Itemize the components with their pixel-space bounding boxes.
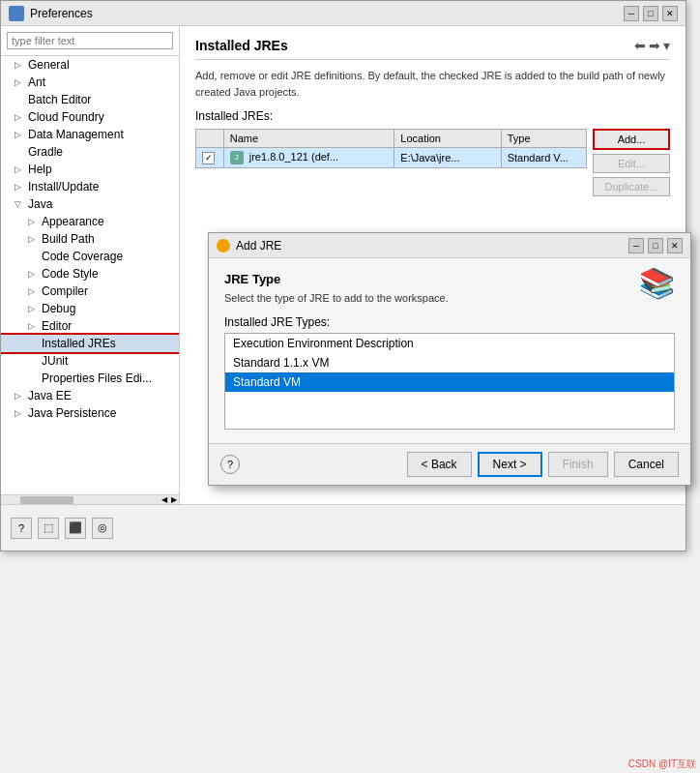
dialog-titlebar-left: Add JRE [217,239,281,253]
sidebar-item-help[interactable]: ▷ Help [1,161,179,178]
minimize-button[interactable]: ─ [624,6,639,21]
forward-icon[interactable]: ➡ [649,38,660,53]
next-button[interactable]: Next > [478,452,542,477]
sidebar-item-java[interactable]: ▽ Java [1,195,179,213]
preferences-footer: ? ⬚ ⬛ ◎ [1,504,685,550]
dialog-close[interactable]: ✕ [667,238,683,253]
dialog-header-row: JRE Type Select the type of JRE to add t… [224,272,675,315]
help-icon[interactable]: ? [11,518,32,539]
preferences-icon [9,6,24,21]
add-jre-icon [217,239,230,253]
sidebar-filter-area [1,26,179,56]
sidebar-item-ant[interactable]: ▷ Ant [1,74,179,91]
jre-table-wrap: Name Location Type ✓ J [195,129,587,168]
sidebar-item-editor[interactable]: ▷ Editor [1,317,179,335]
preferences-title: Preferences [30,7,93,20]
dialog-footer-buttons: < Back Next > Finish Cancel [407,452,679,477]
col-location[interactable]: Location [394,130,501,148]
titlebar-left: Preferences [9,6,93,21]
dialog-footer: ? < Back Next > Finish Cancel [209,443,690,485]
preferences-titlebar: Preferences ─ □ ✕ [1,1,685,26]
back-button[interactable]: < Back [407,452,472,477]
expand-arrow: ▷ [28,269,42,279]
expand-arrow: ▷ [15,60,28,70]
jre-type-standard-11x[interactable]: Standard 1.1.x VM [225,353,674,372]
jre-checkbox[interactable]: ✓ [202,152,215,164]
add-button[interactable]: Add... [593,129,670,150]
jre-section: Name Location Type ✓ J [195,129,670,196]
sidebar-item-build-path[interactable]: ▷ Build Path [1,230,179,248]
expand-arrow: ▷ [15,77,28,87]
panel-title: Installed JREs [195,38,288,53]
hscroll-left[interactable]: ◀ [160,495,169,504]
sidebar-hscroll[interactable]: ◀ ▶ [1,494,179,504]
col-check [196,130,224,148]
hscroll-thumb[interactable] [20,496,73,504]
expand-arrow: ▽ [15,199,28,209]
expand-arrow: ▷ [15,164,28,174]
dialog-header-text: JRE Type Select the type of JRE to add t… [224,272,449,315]
table-row[interactable]: ✓ J jre1.8.0_121 (def... E:\Java\jre... … [196,148,587,168]
hscroll-right[interactable]: ▶ [169,495,179,504]
sidebar-item-debug[interactable]: ▷ Debug [1,300,179,317]
expand-arrow: ▷ [15,408,28,418]
sidebar-item-appearance[interactable]: ▷ Appearance [1,213,179,230]
filter-input[interactable] [7,32,173,49]
jre-types-list: Execution Environment Description Standa… [224,333,675,430]
dialog-minimize[interactable]: ─ [628,238,644,253]
dialog-controls: ─ □ ✕ [628,238,683,253]
close-button[interactable]: ✕ [662,6,678,21]
sidebar-item-gradle[interactable]: ▷ Gradle [1,143,179,161]
expand-arrow: ▷ [15,112,28,122]
sidebar-item-data-management[interactable]: ▷ Data Management [1,126,179,143]
installed-types-label: Installed JRE Types: [224,315,675,329]
finish-button[interactable]: Finish [548,452,608,477]
import-icon[interactable]: ⬚ [38,518,59,539]
watermark: CSDN @IT互联 [628,758,696,771]
cancel-button[interactable]: Cancel [614,452,679,477]
maximize-button[interactable]: □ [643,6,658,21]
sidebar-item-installed-jres[interactable]: ▷ Installed JREs [1,335,179,352]
add-jre-title: Add JRE [236,239,281,253]
sidebar-item-java-ee[interactable]: ▷ Java EE [1,387,179,404]
sidebar-item-code-coverage[interactable]: ▷ Code Coverage [1,248,179,265]
titlebar-controls: ─ □ ✕ [624,6,678,21]
dialog-help-button[interactable]: ? [220,455,240,474]
col-name[interactable]: Name [223,130,394,148]
dialog-maximize[interactable]: □ [648,238,663,253]
sidebar-scroll: ▷ General ▷ Ant ▷ Batch Editor ▷ Cloud F… [1,56,179,494]
dropdown-icon[interactable]: ▾ [663,38,670,53]
row-name: J jre1.8.0_121 (def... [223,148,394,168]
sidebar: ▷ General ▷ Ant ▷ Batch Editor ▷ Cloud F… [1,26,180,504]
jre-type-standard-vm[interactable]: Standard VM [225,372,674,392]
edit-button[interactable]: Edit... [593,154,670,173]
col-type[interactable]: Type [501,130,586,148]
row-checkbox-cell: ✓ [196,148,224,168]
jre-type-title: JRE Type [224,272,449,286]
settings-icon[interactable]: ◎ [92,518,113,539]
sidebar-item-install-update[interactable]: ▷ Install/Update [1,178,179,195]
add-jre-titlebar: Add JRE ─ □ ✕ [209,233,690,258]
sidebar-item-properties-files-editor[interactable]: ▷ Properties Files Edi... [1,370,179,387]
row-type: Standard V... [501,148,586,168]
expand-arrow: ▷ [15,182,28,192]
side-buttons: Add... Edit... Duplicate... [593,129,670,196]
panel-toolbar: Installed JREs ⬅ ➡ ▾ [195,38,670,53]
sidebar-item-general[interactable]: ▷ General [1,56,179,74]
dialog-body: JRE Type Select the type of JRE to add t… [209,258,690,443]
toolbar-icons: ⬅ ➡ ▾ [634,38,670,53]
sidebar-item-cloud-foundry[interactable]: ▷ Cloud Foundry [1,108,179,126]
duplicate-button[interactable]: Duplicate... [593,177,670,196]
export-icon[interactable]: ⬛ [65,518,86,539]
panel-description: Add, remove or edit JRE definitions. By … [195,68,670,100]
sidebar-item-code-style[interactable]: ▷ Code Style [1,265,179,282]
expand-arrow: ▷ [28,304,42,313]
sidebar-item-java-persistence[interactable]: ▷ Java Persistence [1,404,179,422]
expand-arrow: ▷ [15,391,28,401]
expand-arrow: ▷ [28,321,42,331]
jre-type-exec-env[interactable]: Execution Environment Description [225,334,674,353]
sidebar-item-batch-editor[interactable]: ▷ Batch Editor [1,91,179,108]
sidebar-item-compiler[interactable]: ▷ Compiler [1,282,179,300]
back-icon[interactable]: ⬅ [634,38,646,53]
sidebar-item-junit[interactable]: ▷ JUnit [1,352,179,370]
